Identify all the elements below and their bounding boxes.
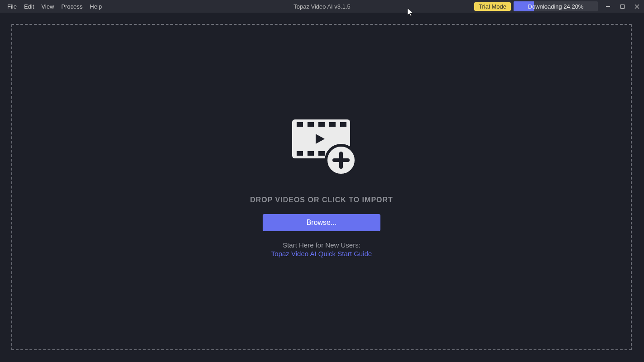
svg-rect-6 bbox=[308, 122, 314, 127]
menu-help[interactable]: Help bbox=[86, 0, 106, 13]
download-progress[interactable]: Downloading 24.20% bbox=[514, 1, 598, 11]
minimize-icon bbox=[606, 4, 610, 9]
svg-rect-14 bbox=[318, 151, 325, 156]
maximize-icon bbox=[620, 4, 625, 9]
window-controls bbox=[601, 0, 644, 13]
svg-rect-12 bbox=[297, 151, 303, 156]
video-import-icon bbox=[288, 117, 356, 178]
menu-bar: File Edit View Process Help bbox=[0, 0, 106, 13]
svg-rect-1 bbox=[620, 5, 624, 8]
menu-edit[interactable]: Edit bbox=[20, 0, 38, 13]
maximize-button[interactable] bbox=[615, 0, 630, 13]
close-icon bbox=[634, 4, 639, 9]
titlebar-right-controls: Trial Mode Downloading 24.20% bbox=[474, 0, 644, 13]
menu-process[interactable]: Process bbox=[58, 0, 86, 13]
minimize-button[interactable] bbox=[601, 0, 615, 13]
start-here-text: Start Here for New Users: bbox=[283, 241, 360, 249]
svg-rect-13 bbox=[308, 151, 314, 156]
drop-zone[interactable]: DROP VIDEOS OR CLICK TO IMPORT Browse...… bbox=[11, 24, 632, 350]
svg-rect-5 bbox=[297, 122, 303, 127]
svg-rect-9 bbox=[340, 122, 346, 127]
menu-file[interactable]: File bbox=[4, 0, 20, 13]
svg-rect-8 bbox=[329, 122, 336, 127]
quick-start-guide-link[interactable]: Topaz Video AI Quick Start Guide bbox=[271, 250, 372, 257]
menu-view[interactable]: View bbox=[38, 0, 58, 13]
titlebar: File Edit View Process Help Topaz Video … bbox=[0, 0, 644, 13]
trial-mode-badge[interactable]: Trial Mode bbox=[474, 2, 511, 11]
svg-rect-7 bbox=[318, 122, 325, 127]
drop-prompt-text: DROP VIDEOS OR CLICK TO IMPORT bbox=[250, 196, 393, 204]
close-button[interactable] bbox=[630, 0, 644, 13]
download-progress-text: Downloading 24.20% bbox=[528, 3, 584, 10]
browse-button[interactable]: Browse... bbox=[263, 214, 380, 231]
app-title: Topaz Video AI v3.1.5 bbox=[293, 3, 351, 10]
